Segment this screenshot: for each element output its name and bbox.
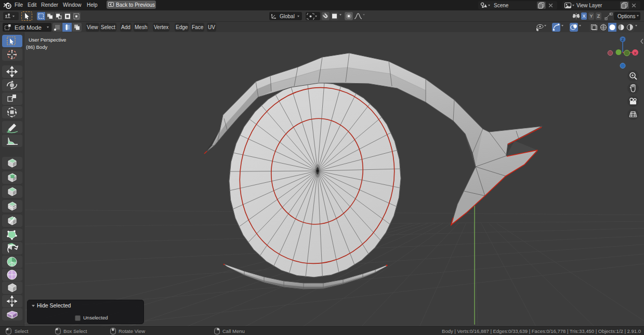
svg-text:X: X [634, 51, 637, 56]
svg-text:Z: Z [622, 37, 624, 42]
